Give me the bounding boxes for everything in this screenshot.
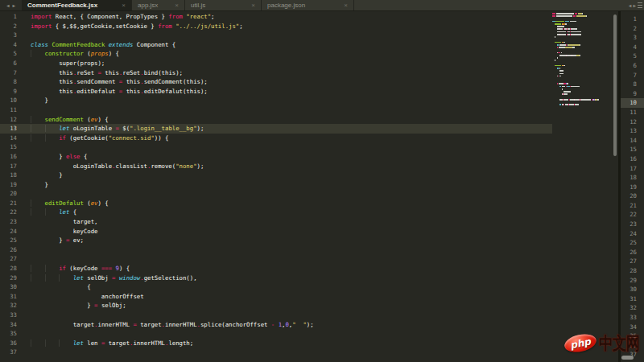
- tab-package-json[interactable]: package.json×: [262, 0, 354, 10]
- line-number: 34: [0, 320, 24, 330]
- pane2-tab-list-icon[interactable]: [638, 2, 642, 8]
- code-line[interactable]: [31, 31, 314, 40]
- line-number: 33: [0, 311, 24, 320]
- code-line[interactable]: target,: [31, 217, 314, 227]
- minimap-line: [559, 44, 566, 46]
- line-number: 25: [621, 238, 642, 248]
- horizontal-scrollbar-thumb[interactable]: [621, 356, 634, 360]
- tab-CommentFeedback-jsx[interactable]: CommentFeedback.jsx×: [22, 0, 132, 10]
- vertical-scrollbar[interactable]: [613, 11, 617, 362]
- code-line[interactable]: } = selObj;: [31, 301, 314, 311]
- code-line[interactable]: keyCode: [31, 227, 314, 237]
- line-number: 18: [0, 171, 24, 180]
- tab-app-jsx[interactable]: app.jsx×: [132, 0, 185, 10]
- line-number: 24: [621, 229, 642, 239]
- code-line[interactable]: }: [31, 180, 314, 190]
- code-line[interactable]: if (keyCode === 9) {: [31, 264, 314, 274]
- tab-close-icon[interactable]: ×: [122, 2, 126, 9]
- minimap-line: [558, 52, 560, 54]
- code-line[interactable]: [31, 311, 314, 320]
- line-number: 28: [0, 264, 24, 274]
- editor-pane-right[interactable]: 1234567891011121314151617181920212223242…: [621, 11, 644, 362]
- line-number: 7: [621, 71, 642, 80]
- code-line[interactable]: [31, 142, 314, 152]
- code-line[interactable]: [31, 189, 314, 199]
- line-number: 13: [621, 126, 642, 136]
- code-line[interactable]: anchorOffset: [31, 292, 314, 302]
- tab-close-icon[interactable]: ×: [175, 2, 179, 9]
- line-number: 12: [621, 117, 642, 127]
- code-line[interactable]: import React, { Component, PropTypes } f…: [31, 12, 314, 22]
- line-number: 15: [621, 145, 642, 154]
- code-line[interactable]: } = ev;: [31, 236, 314, 245]
- vertical-scrollbar-thumb[interactable]: [613, 14, 617, 156]
- tab-scroll-right-icon[interactable]: ▶: [13, 2, 16, 8]
- tab-label: app.jsx: [138, 2, 158, 9]
- code-line[interactable]: } else {: [31, 152, 314, 162]
- minimap-line: [564, 91, 571, 93]
- code-line[interactable]: [31, 348, 314, 357]
- code-line[interactable]: editDefalut (ev) {: [31, 199, 314, 208]
- minimap-line: [580, 44, 580, 46]
- line-number: 15: [0, 142, 24, 152]
- code-line[interactable]: let len = target.innerHTML.length;: [31, 339, 314, 348]
- pane2-scroll-left-icon[interactable]: ◀: [629, 2, 632, 8]
- minimap-line: [570, 21, 576, 23]
- tab-bar: ◀ ▶ CommentFeedback.jsx×app.jsx×util.js×…: [0, 0, 644, 11]
- code-line[interactable]: super(props);: [31, 59, 314, 68]
- code-line[interactable]: oLoginTable.classList.remove("none");: [31, 162, 314, 171]
- line-number: 22: [621, 210, 642, 220]
- code-line[interactable]: class CommentFeedback extends Component …: [31, 40, 314, 50]
- line-number: 6: [621, 61, 642, 71]
- line-number: 35: [0, 329, 24, 339]
- code-line[interactable]: this.reSet = this.reSet.bind(this);: [31, 68, 314, 78]
- line-number: 16: [621, 154, 642, 164]
- line-number: 20: [0, 189, 24, 199]
- pane2-scroll-right-icon[interactable]: ▶: [633, 2, 636, 8]
- code-line[interactable]: }: [31, 171, 314, 180]
- line-number: 25: [0, 236, 24, 245]
- tab-scroll-left-icon[interactable]: ◀: [6, 2, 10, 8]
- tab-close-icon[interactable]: ×: [251, 2, 255, 9]
- line-number: 10: [0, 96, 24, 105]
- code-line[interactable]: [31, 329, 314, 339]
- minimap-line: [557, 26, 564, 27]
- minimap-line: [559, 86, 561, 88]
- code-line[interactable]: sendComment (ev) {: [31, 115, 314, 125]
- line-number: 28: [621, 266, 642, 276]
- tab-close-icon[interactable]: ×: [344, 2, 348, 9]
- minimap-line: [565, 47, 572, 48]
- code-line[interactable]: let selObj = window.getSelection(),: [31, 274, 314, 283]
- minimap[interactable]: [552, 13, 613, 351]
- code-area[interactable]: import React, { Component, PropTypes } f…: [31, 12, 314, 357]
- minimap-line: [552, 15, 555, 17]
- line-number: 14: [621, 136, 642, 146]
- code-line[interactable]: let oLoginTable = $(".login__table__bg")…: [31, 124, 314, 134]
- code-line[interactable]: {: [31, 282, 314, 292]
- minimap-line: [576, 15, 587, 17]
- line-number: 34: [621, 323, 642, 332]
- code-line[interactable]: let {: [31, 208, 314, 217]
- code-line[interactable]: this.editDefalut = this.editDefalut(this…: [31, 87, 314, 97]
- line-number: 31: [0, 292, 24, 302]
- code-line[interactable]: [31, 254, 314, 264]
- minimap-line: [575, 13, 577, 14]
- tab-util-js[interactable]: util.js×: [185, 0, 262, 10]
- code-line[interactable]: [31, 245, 314, 255]
- line-number: 2: [0, 22, 24, 31]
- code-line[interactable]: constructor (props) {: [31, 49, 314, 59]
- code-line[interactable]: [31, 105, 314, 115]
- code-line[interactable]: import { $,$$,getCookie,setCookie } from…: [31, 22, 314, 31]
- code-line[interactable]: this.sendComment = this.sendComment(this…: [31, 77, 314, 87]
- line-number: 1: [0, 12, 24, 22]
- code-line[interactable]: if (getCookie("connect.sid")) {: [31, 134, 314, 143]
- minimap-line: [564, 65, 565, 67]
- minimap-line: [568, 44, 580, 46]
- code-line[interactable]: target.innerHTML = target.innerHTML.spli…: [31, 320, 314, 330]
- tab-strip: CommentFeedback.jsx×app.jsx×util.js×pack…: [22, 0, 354, 10]
- line-number: 3: [621, 33, 642, 43]
- line-number: 33: [621, 313, 642, 323]
- minimap-line: [557, 68, 559, 69]
- code-line[interactable]: }: [31, 96, 314, 105]
- line-number: 11: [0, 105, 24, 115]
